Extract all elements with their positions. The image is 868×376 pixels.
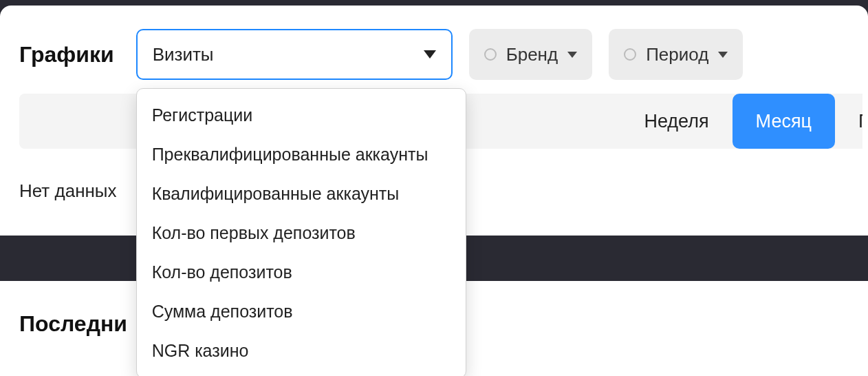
tab-week[interactable]: Неделя [620,94,732,149]
section-title-charts: Графики [19,42,114,67]
metric-option[interactable]: Квалифицированные аккаунты [137,174,466,213]
metric-select-value: Визиты [153,44,214,65]
period-filter-button[interactable]: Период [609,29,743,80]
radio-icon [484,48,497,61]
filters-row: Графики Визиты Регистрации Преквалифицир… [0,6,868,94]
metric-select[interactable]: Визиты [136,29,453,80]
metric-option[interactable]: NGR казино [137,331,466,370]
metric-option[interactable]: Кол-во первых депозитов [137,213,466,253]
chevron-down-icon [718,52,728,58]
metric-option[interactable]: Кол-во депозитов [137,253,466,292]
metric-option[interactable]: Сумма депозитов [137,292,466,331]
brand-filter-label: Бренд [506,44,558,65]
period-filter-label: Период [646,44,708,65]
metric-select-wrap: Визиты Регистрации Преквалифицированные … [136,29,453,80]
chevron-down-icon [424,50,436,59]
radio-icon [624,48,636,61]
tab-month[interactable]: Месяц [733,94,835,149]
metric-option[interactable]: Преквалифицированные аккаунты [137,135,466,174]
chevron-down-icon [567,52,577,58]
metric-option[interactable]: Регистрации [137,96,466,135]
tab-year[interactable]: Го [835,94,862,149]
brand-filter-button[interactable]: Бренд [469,29,593,80]
metric-dropdown: Регистрации Преквалифицированные аккаунт… [136,88,466,376]
